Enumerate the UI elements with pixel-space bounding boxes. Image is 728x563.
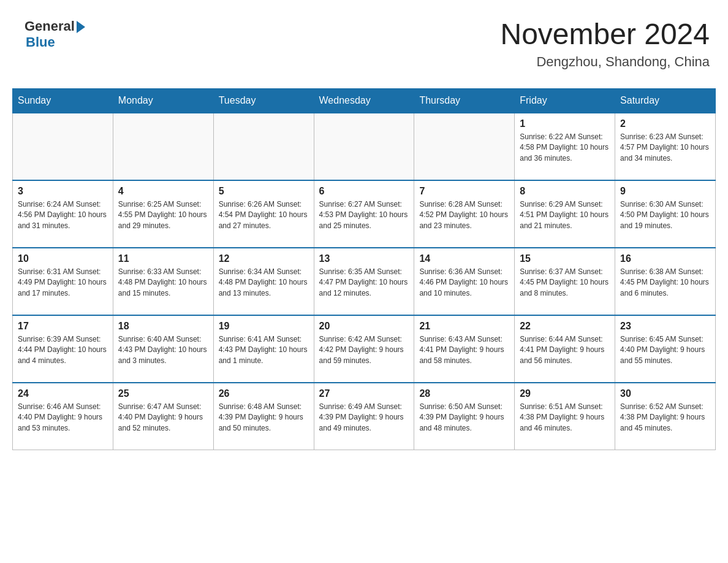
calendar-cell: 29Sunrise: 6:51 AM Sunset: 4:38 PM Dayli… bbox=[515, 383, 615, 450]
day-number: 18 bbox=[118, 321, 208, 332]
month-title: November 2024 bbox=[500, 18, 710, 51]
calendar-cell: 3Sunrise: 6:24 AM Sunset: 4:56 PM Daylig… bbox=[13, 180, 113, 248]
calendar-cell: 15Sunrise: 6:37 AM Sunset: 4:45 PM Dayli… bbox=[515, 248, 615, 315]
day-number: 29 bbox=[520, 388, 610, 399]
calendar-cell bbox=[13, 113, 113, 180]
day-number: 14 bbox=[419, 253, 509, 264]
calendar-cell: 24Sunrise: 6:46 AM Sunset: 4:40 PM Dayli… bbox=[13, 383, 113, 450]
day-info: Sunrise: 6:38 AM Sunset: 4:45 PM Dayligh… bbox=[620, 267, 710, 299]
calendar-cell: 2Sunrise: 6:23 AM Sunset: 4:57 PM Daylig… bbox=[615, 113, 716, 180]
day-info: Sunrise: 6:49 AM Sunset: 4:39 PM Dayligh… bbox=[319, 402, 409, 434]
calendar-cell: 28Sunrise: 6:50 AM Sunset: 4:39 PM Dayli… bbox=[414, 383, 515, 450]
logo-general-text: General bbox=[25, 18, 75, 34]
day-info: Sunrise: 6:29 AM Sunset: 4:51 PM Dayligh… bbox=[520, 199, 610, 231]
weekday-header-wednesday: Wednesday bbox=[314, 88, 414, 113]
day-info: Sunrise: 6:44 AM Sunset: 4:41 PM Dayligh… bbox=[520, 334, 610, 366]
day-number: 16 bbox=[620, 253, 710, 264]
calendar-cell: 1Sunrise: 6:22 AM Sunset: 4:58 PM Daylig… bbox=[515, 113, 615, 180]
day-info: Sunrise: 6:25 AM Sunset: 4:55 PM Dayligh… bbox=[118, 199, 208, 231]
day-number: 26 bbox=[219, 388, 309, 399]
day-info: Sunrise: 6:34 AM Sunset: 4:48 PM Dayligh… bbox=[219, 267, 309, 299]
day-info: Sunrise: 6:52 AM Sunset: 4:38 PM Dayligh… bbox=[620, 402, 710, 434]
day-info: Sunrise: 6:37 AM Sunset: 4:45 PM Dayligh… bbox=[520, 267, 610, 299]
day-number: 7 bbox=[419, 186, 509, 197]
day-number: 1 bbox=[520, 118, 610, 129]
page-header: General Blue November 2024 Dengzhou, Sha… bbox=[12, 12, 716, 76]
day-info: Sunrise: 6:45 AM Sunset: 4:40 PM Dayligh… bbox=[620, 334, 710, 366]
day-info: Sunrise: 6:42 AM Sunset: 4:42 PM Dayligh… bbox=[319, 334, 409, 366]
calendar-table: SundayMondayTuesdayWednesdayThursdayFrid… bbox=[12, 88, 716, 451]
day-info: Sunrise: 6:51 AM Sunset: 4:38 PM Dayligh… bbox=[520, 402, 610, 434]
calendar-cell: 5Sunrise: 6:26 AM Sunset: 4:54 PM Daylig… bbox=[213, 180, 314, 248]
day-info: Sunrise: 6:26 AM Sunset: 4:54 PM Dayligh… bbox=[219, 199, 309, 231]
day-info: Sunrise: 6:41 AM Sunset: 4:43 PM Dayligh… bbox=[219, 334, 309, 366]
calendar-cell: 26Sunrise: 6:48 AM Sunset: 4:39 PM Dayli… bbox=[213, 383, 314, 450]
day-info: Sunrise: 6:50 AM Sunset: 4:39 PM Dayligh… bbox=[419, 402, 509, 434]
day-number: 10 bbox=[18, 253, 108, 264]
day-number: 6 bbox=[319, 186, 409, 197]
calendar-cell: 8Sunrise: 6:29 AM Sunset: 4:51 PM Daylig… bbox=[515, 180, 615, 248]
day-number: 23 bbox=[620, 321, 710, 332]
day-number: 21 bbox=[419, 321, 509, 332]
calendar-cell: 7Sunrise: 6:28 AM Sunset: 4:52 PM Daylig… bbox=[414, 180, 515, 248]
calendar-cell: 27Sunrise: 6:49 AM Sunset: 4:39 PM Dayli… bbox=[314, 383, 414, 450]
calendar-cell: 4Sunrise: 6:25 AM Sunset: 4:55 PM Daylig… bbox=[113, 180, 213, 248]
day-info: Sunrise: 6:46 AM Sunset: 4:40 PM Dayligh… bbox=[18, 402, 108, 434]
calendar-cell: 10Sunrise: 6:31 AM Sunset: 4:49 PM Dayli… bbox=[13, 248, 113, 315]
day-info: Sunrise: 6:48 AM Sunset: 4:39 PM Dayligh… bbox=[219, 402, 309, 434]
calendar-cell: 9Sunrise: 6:30 AM Sunset: 4:50 PM Daylig… bbox=[615, 180, 716, 248]
calendar-cell: 14Sunrise: 6:36 AM Sunset: 4:46 PM Dayli… bbox=[414, 248, 515, 315]
day-info: Sunrise: 6:27 AM Sunset: 4:53 PM Dayligh… bbox=[319, 199, 409, 231]
calendar-cell: 12Sunrise: 6:34 AM Sunset: 4:48 PM Dayli… bbox=[213, 248, 314, 315]
calendar-cell bbox=[213, 113, 314, 180]
week-row-4: 17Sunrise: 6:39 AM Sunset: 4:44 PM Dayli… bbox=[13, 315, 716, 383]
day-info: Sunrise: 6:43 AM Sunset: 4:41 PM Dayligh… bbox=[419, 334, 509, 366]
day-number: 12 bbox=[219, 253, 309, 264]
weekday-header-saturday: Saturday bbox=[615, 88, 716, 113]
day-info: Sunrise: 6:30 AM Sunset: 4:50 PM Dayligh… bbox=[620, 199, 710, 231]
day-number: 8 bbox=[520, 186, 610, 197]
day-number: 17 bbox=[18, 321, 108, 332]
calendar-cell: 16Sunrise: 6:38 AM Sunset: 4:45 PM Dayli… bbox=[615, 248, 716, 315]
logo-arrow-icon bbox=[77, 21, 85, 33]
calendar-cell: 19Sunrise: 6:41 AM Sunset: 4:43 PM Dayli… bbox=[213, 315, 314, 383]
weekday-header-friday: Friday bbox=[515, 88, 615, 113]
weekday-header-row: SundayMondayTuesdayWednesdayThursdayFrid… bbox=[13, 88, 716, 113]
day-info: Sunrise: 6:24 AM Sunset: 4:56 PM Dayligh… bbox=[18, 199, 108, 231]
calendar-cell: 20Sunrise: 6:42 AM Sunset: 4:42 PM Dayli… bbox=[314, 315, 414, 383]
day-number: 22 bbox=[520, 321, 610, 332]
calendar-cell bbox=[314, 113, 414, 180]
logo: General Blue bbox=[25, 18, 85, 50]
day-number: 3 bbox=[18, 186, 108, 197]
day-number: 19 bbox=[219, 321, 309, 332]
day-info: Sunrise: 6:40 AM Sunset: 4:43 PM Dayligh… bbox=[118, 334, 208, 366]
day-number: 24 bbox=[18, 388, 108, 399]
day-number: 28 bbox=[419, 388, 509, 399]
week-row-2: 3Sunrise: 6:24 AM Sunset: 4:56 PM Daylig… bbox=[13, 180, 716, 248]
weekday-header-sunday: Sunday bbox=[13, 88, 113, 113]
day-info: Sunrise: 6:35 AM Sunset: 4:47 PM Dayligh… bbox=[319, 267, 409, 299]
day-number: 25 bbox=[118, 388, 208, 399]
calendar-cell: 18Sunrise: 6:40 AM Sunset: 4:43 PM Dayli… bbox=[113, 315, 213, 383]
calendar-cell bbox=[113, 113, 213, 180]
calendar-cell: 11Sunrise: 6:33 AM Sunset: 4:48 PM Dayli… bbox=[113, 248, 213, 315]
week-row-5: 24Sunrise: 6:46 AM Sunset: 4:40 PM Dayli… bbox=[13, 383, 716, 450]
calendar-cell: 23Sunrise: 6:45 AM Sunset: 4:40 PM Dayli… bbox=[615, 315, 716, 383]
day-info: Sunrise: 6:36 AM Sunset: 4:46 PM Dayligh… bbox=[419, 267, 509, 299]
day-number: 2 bbox=[620, 118, 710, 129]
day-number: 15 bbox=[520, 253, 610, 264]
day-info: Sunrise: 6:33 AM Sunset: 4:48 PM Dayligh… bbox=[118, 267, 208, 299]
day-number: 5 bbox=[219, 186, 309, 197]
day-number: 30 bbox=[620, 388, 710, 399]
day-info: Sunrise: 6:23 AM Sunset: 4:57 PM Dayligh… bbox=[620, 132, 710, 164]
day-number: 27 bbox=[319, 388, 409, 399]
calendar-cell: 30Sunrise: 6:52 AM Sunset: 4:38 PM Dayli… bbox=[615, 383, 716, 450]
calendar-cell: 25Sunrise: 6:47 AM Sunset: 4:40 PM Dayli… bbox=[113, 383, 213, 450]
logo-blue-text: Blue bbox=[26, 34, 55, 50]
day-number: 20 bbox=[319, 321, 409, 332]
day-info: Sunrise: 6:31 AM Sunset: 4:49 PM Dayligh… bbox=[18, 267, 108, 299]
calendar-cell: 21Sunrise: 6:43 AM Sunset: 4:41 PM Dayli… bbox=[414, 315, 515, 383]
week-row-1: 1Sunrise: 6:22 AM Sunset: 4:58 PM Daylig… bbox=[13, 113, 716, 180]
calendar-cell: 6Sunrise: 6:27 AM Sunset: 4:53 PM Daylig… bbox=[314, 180, 414, 248]
calendar-cell: 13Sunrise: 6:35 AM Sunset: 4:47 PM Dayli… bbox=[314, 248, 414, 315]
